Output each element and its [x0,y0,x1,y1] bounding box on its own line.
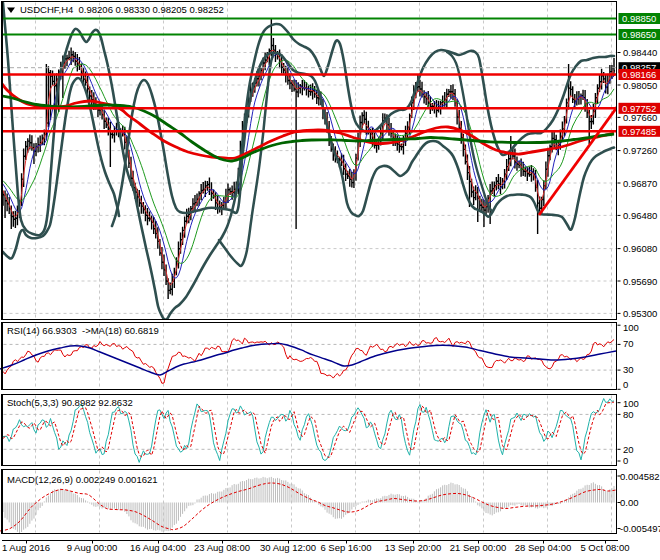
svg-text:0.97485: 0.97485 [622,126,656,137]
svg-text:30 Aug 12:00: 30 Aug 12:00 [260,542,316,553]
svg-text:70: 70 [623,338,634,349]
svg-text:0.98440: 0.98440 [623,47,657,58]
svg-text:USDCHF,H4 0.98206 0.98330 0.9: USDCHF,H4 0.98206 0.98330 0.98205 0.9825… [20,4,224,15]
svg-text:28 Sep 04:00: 28 Sep 04:00 [515,542,572,553]
svg-text:0.004582: 0.004582 [620,471,660,482]
svg-text:0: 0 [623,379,628,390]
svg-text:RSI(14) 66.9303 ->MA(18) 60.6: RSI(14) 66.9303 ->MA(18) 60.6819 [7,325,159,336]
svg-text:100: 100 [623,322,639,333]
svg-text:9 Aug 00:00: 9 Aug 00:00 [67,542,118,553]
svg-text:0.98050: 0.98050 [623,80,657,91]
svg-text:0.97260: 0.97260 [623,145,657,156]
svg-text:30: 30 [623,364,634,375]
svg-text:0: 0 [623,455,628,466]
svg-text:20: 20 [623,444,634,455]
svg-text:0.95300: 0.95300 [623,308,657,319]
svg-text:1 Aug 2016: 1 Aug 2016 [2,542,50,553]
svg-text:Stoch(5,3,3) 90.8982 92.8632: Stoch(5,3,3) 90.8982 92.8632 [7,397,133,408]
svg-text:0.98166: 0.98166 [622,69,656,80]
svg-text:0.95690: 0.95690 [623,276,657,287]
svg-text:0.00: 0.00 [620,497,639,508]
svg-text:0.98850: 0.98850 [622,13,656,24]
svg-text:0.97752: 0.97752 [622,103,656,114]
svg-text:MACD(12,26,9) 0.002249 0.00162: MACD(12,26,9) 0.002249 0.001621 [7,474,158,485]
svg-text:80: 80 [623,409,634,420]
svg-text:0.96480: 0.96480 [623,210,657,221]
svg-text:23 Aug 08:00: 23 Aug 08:00 [194,542,250,553]
svg-text:6 Sep 16:00: 6 Sep 16:00 [320,542,371,553]
svg-text:100: 100 [623,398,639,409]
svg-text:0.96870: 0.96870 [623,178,657,189]
svg-text:0.98650: 0.98650 [622,29,656,40]
svg-text:13 Sep 20:00: 13 Sep 20:00 [385,542,442,553]
svg-text:-0.005497: -0.005497 [620,523,660,534]
svg-text:21 Sep 00:00: 21 Sep 00:00 [450,542,507,553]
svg-text:5 Oct 08:00: 5 Oct 08:00 [580,542,629,553]
svg-text:16 Aug 04:00: 16 Aug 04:00 [130,542,186,553]
svg-text:0.96080: 0.96080 [623,243,657,254]
